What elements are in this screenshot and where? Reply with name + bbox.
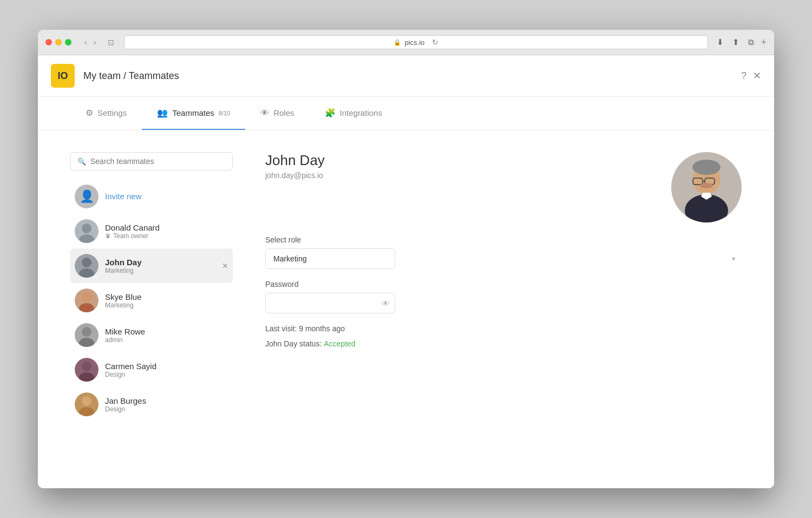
list-item[interactable]: Donald Canard ♛ Team owner (70, 214, 233, 248)
tab-teammates-label: Teammates (172, 108, 214, 117)
show-password-button[interactable]: 👁 (382, 299, 390, 308)
chevron-down-icon: ▾ (732, 255, 735, 263)
svg-point-4 (82, 258, 91, 267)
tab-teammates[interactable]: 👥 Teammates 8/10 (142, 97, 245, 130)
status-label: John Day status: (265, 339, 322, 348)
app-logo: IO (51, 64, 75, 88)
forward-button[interactable]: › (91, 37, 99, 48)
tab-roles[interactable]: 👁 Roles (245, 97, 309, 130)
avatar (75, 323, 99, 347)
password-input[interactable] (265, 293, 395, 313)
password-label: Password (265, 280, 742, 288)
search-icon: 🔍 (77, 158, 86, 166)
tab-teammates-badge: 8/10 (219, 110, 230, 116)
back-button[interactable]: ‹ (82, 37, 89, 48)
teammate-info: Mike Rowe admin (105, 327, 228, 344)
svg-point-13 (82, 362, 91, 371)
teammate-role: Marketing (105, 301, 228, 309)
svg-point-16 (82, 396, 91, 406)
list-item[interactable]: Carmen Sayid Design (70, 352, 233, 387)
tab-integrations[interactable]: 🧩 Integrations (310, 97, 397, 130)
tab-overview-button[interactable]: ⊡ (104, 37, 117, 48)
teammate-role: ♛ Team owner (105, 232, 228, 240)
teammate-info: Skye Blue Marketing (105, 292, 228, 309)
teammate-role: Design (105, 405, 228, 413)
list-item[interactable]: John Day Marketing ✕ (70, 248, 233, 283)
roles-icon: 👁 (260, 108, 269, 118)
teammate-list-panel: 🔍 👤 Invite new (70, 152, 233, 422)
share-button[interactable]: ⬆ (730, 36, 742, 48)
last-visit: Last visit: 9 months ago (265, 324, 742, 333)
avatar (75, 254, 99, 278)
browser-actions: ⬇ ⬆ ⧉ + (715, 36, 767, 48)
teammate-name: Skye Blue (105, 292, 228, 301)
detail-name: John Day (265, 152, 325, 169)
teammate-name: Donald Canard (105, 223, 228, 232)
password-form-group: Password 👁 (265, 280, 742, 313)
lock-icon: 🔒 (394, 39, 401, 46)
svg-point-10 (82, 327, 91, 337)
invite-avatar: 👤 (75, 185, 99, 208)
search-box[interactable]: 🔍 (70, 152, 233, 171)
header-actions: ? ✕ (741, 70, 761, 82)
invite-info: Invite new (105, 192, 228, 201)
app-header: IO My team / Teammates ? ✕ (38, 55, 774, 97)
avatar (75, 392, 99, 416)
teammate-role: Design (105, 371, 228, 378)
close-button[interactable]: ✕ (753, 70, 761, 82)
traffic-lights (45, 39, 71, 45)
settings-icon: ⚙ (86, 108, 93, 118)
browser-window: ‹ › ⊡ 🔒 pics.io ↻ ⬇ ⬆ ⧉ + IO My team / T… (38, 30, 774, 488)
logo-text: IO (57, 70, 68, 82)
teammate-role: admin (105, 336, 228, 344)
teammate-role: Marketing (105, 267, 228, 274)
help-button[interactable]: ? (741, 70, 746, 82)
new-tab-button[interactable]: + (761, 37, 767, 48)
detail-info: John Day john.day@pics.io (265, 152, 325, 180)
main-content: 🔍 👤 Invite new (38, 130, 774, 443)
list-item[interactable]: Skye Blue Marketing (70, 283, 233, 318)
url-text: pics.io (404, 38, 424, 47)
tab-integrations-label: Integrations (340, 108, 382, 117)
svg-point-7 (82, 292, 91, 302)
window-button[interactable]: ⧉ (746, 36, 756, 48)
invite-new-item[interactable]: 👤 Invite new (70, 179, 233, 214)
invite-label[interactable]: Invite new (105, 192, 142, 201)
role-form-group: Select role Marketing admin Design Edito… (265, 235, 742, 269)
traffic-light-red[interactable] (45, 39, 52, 45)
detail-header: John Day john.day@pics.io (265, 152, 742, 222)
traffic-light-yellow[interactable] (55, 39, 62, 45)
teammate-name: Carmen Sayid (105, 362, 228, 371)
address-bar: 🔒 pics.io ↻ (124, 35, 708, 49)
role-label: Select role (265, 235, 742, 244)
detail-avatar (671, 152, 742, 222)
app-container: IO My team / Teammates ? ✕ ⚙ Settings 👥 … (38, 55, 774, 488)
breadcrumb: My team / Teammates (83, 70, 179, 82)
download-button[interactable]: ⬇ (715, 36, 726, 48)
traffic-light-green[interactable] (65, 39, 71, 45)
role-select[interactable]: Marketing admin Design Editor Viewer (265, 248, 395, 269)
tab-settings[interactable]: ⚙ Settings (70, 97, 142, 130)
detail-email: john.day@pics.io (265, 171, 325, 180)
tabs-bar: ⚙ Settings 👥 Teammates 8/10 👁 Roles 🧩 In… (38, 97, 774, 130)
teammate-detail: John Day john.day@pics.io (265, 152, 742, 422)
teammate-list: Donald Canard ♛ Team owner (70, 214, 233, 422)
svg-point-25 (692, 160, 721, 175)
tab-roles-label: Roles (273, 108, 294, 117)
teammate-name: Mike Rowe (105, 327, 228, 336)
list-item[interactable]: Mike Rowe admin (70, 318, 233, 352)
search-input[interactable] (90, 157, 226, 166)
remove-teammate-button[interactable]: ✕ (222, 261, 228, 270)
reload-button[interactable]: ↻ (432, 38, 438, 47)
svg-point-1 (82, 224, 91, 233)
integrations-icon: 🧩 (325, 108, 336, 118)
teammate-info: John Day Marketing (105, 258, 228, 274)
teammate-name: John Day (105, 258, 228, 267)
avatar (75, 288, 99, 312)
status-line: John Day status: Accepted (265, 339, 742, 348)
nav-buttons: ‹ › (82, 37, 98, 48)
list-item[interactable]: Jan Burges Design (70, 387, 233, 422)
detail-avatar-inner (671, 152, 742, 222)
tab-settings-label: Settings (97, 108, 127, 117)
teammate-info: Jan Burges Design (105, 396, 228, 413)
